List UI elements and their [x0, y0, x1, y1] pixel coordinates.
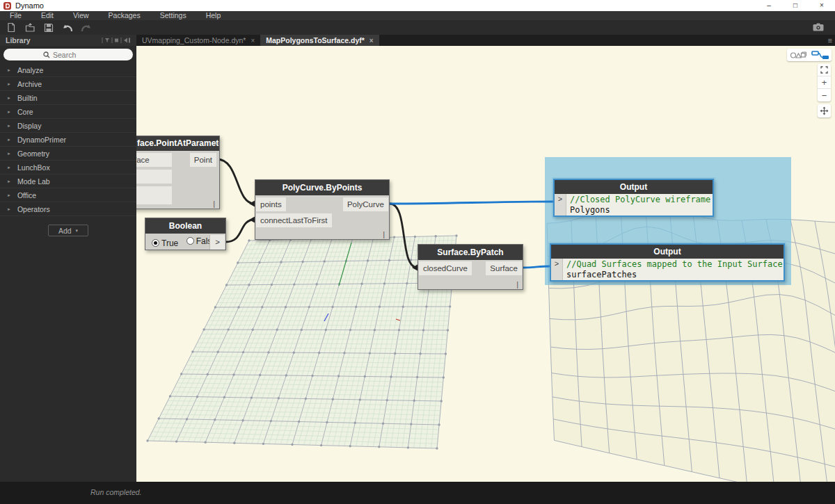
node-output-polygons[interactable]: Output > //Closed PolyCurve wireframe Po… [553, 179, 714, 217]
search-input[interactable] [53, 51, 93, 59]
zoom-controls: + − [818, 64, 831, 101]
radio-unselected-icon [186, 237, 194, 245]
output-code-area[interactable]: //Closed PolyCurve wireframe Polygons [566, 194, 713, 216]
sidebar-item-analyze[interactable]: ► Analyze [0, 63, 136, 77]
graph-view-button[interactable] [809, 49, 832, 61]
menu-item-edit[interactable]: Edit [31, 11, 63, 20]
save-button[interactable] [40, 22, 57, 34]
minimize-button[interactable]: – [756, 0, 782, 11]
sidebar-item-label: Geometry [17, 149, 49, 158]
sidebar-item-operators[interactable]: ► Operators [0, 202, 136, 216]
open-file-button[interactable] [22, 22, 38, 34]
node-output-surfacepatches[interactable]: Output > //Quad Surfaces mapped to the I… [550, 243, 785, 282]
output-port-point[interactable]: Point [190, 153, 216, 167]
node-title: PolyCurve.ByPoints [255, 180, 389, 195]
library-title: Library [6, 36, 102, 44]
sidebar-item-label: Display [17, 122, 41, 130]
tab-label: MapPolygonsToSurface.dyf* [266, 36, 365, 44]
wire-polycurve-to-output[interactable] [390, 202, 553, 204]
chevron-right-icon: ► [7, 110, 11, 114]
export-image-button[interactable] [810, 21, 827, 33]
chevron-right-icon: ► [7, 179, 11, 184]
tab-close-icon[interactable]: × [369, 37, 374, 44]
camera-icon [813, 23, 824, 31]
menu-item-settings[interactable]: Settings [150, 11, 196, 20]
input-port-points[interactable]: points [256, 197, 286, 211]
tab-map-polygons-to-surface[interactable]: MapPolygonsToSurface.dyf* × [260, 35, 379, 46]
sidebar-item-office[interactable]: ► Office [0, 188, 136, 202]
code-output-name: Polygons [570, 205, 709, 216]
output-port-boolean[interactable]: > [209, 235, 225, 250]
menu-item-file[interactable]: File [0, 11, 31, 20]
node-boolean[interactable]: Boolean True False > [145, 218, 226, 250]
library-filter-icons[interactable] [102, 37, 132, 44]
close-button[interactable]: × [809, 0, 835, 11]
view-toggle [787, 49, 832, 61]
chevron-right-icon: ► [7, 165, 11, 170]
code-comment: //Closed PolyCurve wireframe [570, 195, 709, 205]
library-search[interactable] [3, 49, 133, 60]
status-bar: Run completed. [0, 482, 835, 504]
new-file-button[interactable] [3, 22, 19, 34]
tab-overflow-icon[interactable]: ≡ [828, 35, 832, 46]
input-port[interactable]: > [551, 259, 563, 280]
chevron-right-icon: ► [7, 82, 11, 86]
fit-view-icon [820, 66, 828, 74]
lacing-indicator[interactable]: | [516, 280, 518, 288]
search-icon [43, 51, 50, 58]
node-polycurve-bypoints[interactable]: PolyCurve.ByPoints points connectLastToF… [255, 179, 390, 240]
input-port-connectlasttofirst[interactable]: connectLastToFirst [256, 213, 332, 227]
sidebar-item-geometry[interactable]: ► Geometry [0, 147, 136, 161]
sidebar-item-builtin[interactable]: ► Builtin [0, 91, 136, 105]
menu-bar: File Edit View Packages Settings Help [0, 11, 835, 20]
output-code-area[interactable]: //Quad Surfaces mapped to the Input Surf… [563, 259, 784, 280]
input-port-face[interactable]: face [136, 153, 172, 167]
add-button[interactable]: Add ▾ [48, 225, 88, 236]
tab-uvmapping-custom-node[interactable]: UVmapping_Custom-Node.dyn* × [136, 35, 260, 46]
menu-item-view[interactable]: View [63, 11, 99, 20]
input-port[interactable]: > [555, 194, 566, 216]
input-port-closedcurve[interactable]: closedCurve [419, 261, 472, 275]
redo-icon [80, 23, 93, 33]
output-port-polycurve[interactable]: PolyCurve [343, 197, 388, 211]
workspace-canvas[interactable]: face.PointAtParameter face Point | PolyC… [136, 46, 835, 482]
zoom-in-button[interactable]: + [818, 76, 831, 89]
fit-view-button[interactable] [818, 64, 831, 76]
pan-button[interactable] [818, 104, 831, 117]
dynamo-logo-icon [3, 2, 11, 10]
chevron-down-icon: ▾ [76, 228, 79, 234]
sidebar-item-archive[interactable]: ► Archive [0, 77, 136, 91]
sidebar-item-label: Analyze [17, 66, 43, 74]
node-surface-bypatch[interactable]: Surface.ByPatch closedCurve Surface | [418, 244, 523, 290]
radio-true-label: True [161, 238, 178, 248]
lacing-indicator[interactable]: | [213, 200, 215, 208]
output-port-surface[interactable]: Surface [486, 261, 522, 275]
undo-icon [61, 23, 74, 33]
new-file-icon [6, 22, 16, 33]
wire-boolean-to-connectlasttofirst[interactable] [225, 220, 255, 242]
lacing-indicator[interactable]: | [383, 230, 385, 238]
menu-item-packages[interactable]: Packages [99, 11, 150, 20]
chevron-right-icon: ► [7, 207, 11, 211]
geometry-view-button[interactable] [787, 49, 809, 61]
radio-true[interactable]: True [152, 238, 178, 248]
window-title: Dynamo [15, 1, 44, 10]
input-port-3[interactable] [136, 186, 172, 204]
sidebar-item-mode-lab[interactable]: ► Mode Lab [0, 174, 136, 188]
undo-button[interactable] [59, 22, 76, 34]
input-port-2[interactable] [136, 170, 172, 184]
maximize-button[interactable]: □ [782, 0, 809, 11]
sidebar-item-dynamoprimer[interactable]: ► DynamoPrimer [0, 133, 136, 147]
zoom-out-button[interactable]: − [818, 89, 831, 101]
chevron-right-icon: ► [7, 193, 11, 197]
radio-selected-icon [152, 239, 159, 247]
sidebar-item-label: Archive [17, 80, 42, 88]
sidebar-item-core[interactable]: ► Core [0, 105, 136, 119]
sidebar-item-lunchbox[interactable]: ► LunchBox [0, 161, 136, 174]
tab-close-icon[interactable]: × [250, 37, 255, 44]
node-surface-point-at-parameter[interactable]: face.PointAtParameter face Point | [136, 136, 220, 209]
wire-point-to-points[interactable] [217, 159, 255, 204]
menu-item-help[interactable]: Help [196, 11, 231, 20]
sidebar-item-display[interactable]: ► Display [0, 119, 136, 133]
redo-button[interactable] [78, 22, 95, 34]
